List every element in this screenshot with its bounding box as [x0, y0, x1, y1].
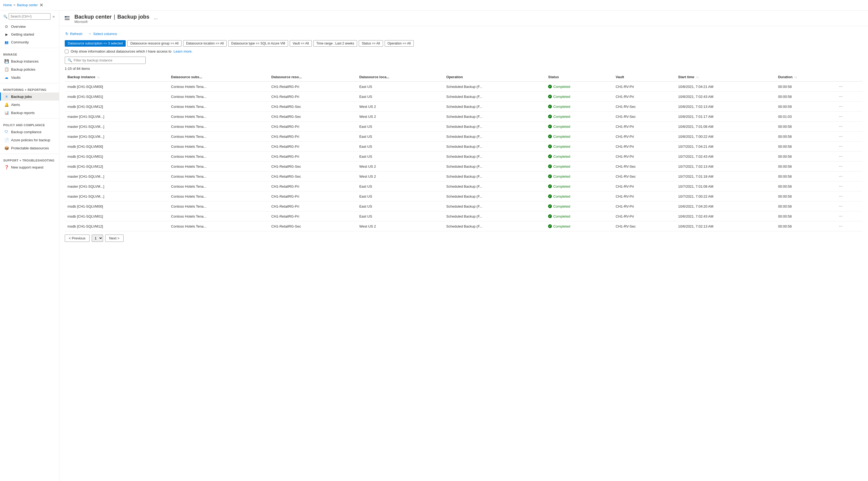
filter-chip-datasource_subscription[interactable]: Datasource subscription == 3 selected: [65, 40, 126, 46]
main-layout: 🔍 « ⊙ Overview ▶ Getting started 👥 Commu…: [0, 10, 868, 481]
col-header-datasource_subs: Datasource subs...: [168, 73, 269, 82]
row-more-button[interactable]: ···: [838, 193, 843, 199]
row-more-button[interactable]: ···: [838, 133, 843, 139]
cell-start_time: 10/8/2021, 7:01:17 AM: [675, 111, 775, 122]
table-row[interactable]: master [CH1-SQLVM...]Contoso Hotels Tena…: [65, 182, 863, 191]
table-body: msdb [CH1-SQLVM00]Contoso Hotels Tena...…: [65, 82, 863, 231]
row-more-button[interactable]: ···: [838, 124, 843, 129]
cell-duration: 00:00:58: [775, 221, 835, 231]
sidebar-item-vaults[interactable]: ☁ Vaults: [0, 73, 59, 82]
pagination: < Previous 1 2 3 4 5 6 Next >: [65, 234, 863, 242]
row-more-button[interactable]: ···: [838, 114, 843, 120]
cell-actions: ···: [835, 221, 863, 231]
access-filter-checkbox[interactable]: [65, 50, 68, 53]
backup-instance-filter-input[interactable]: [74, 58, 143, 62]
row-more-button[interactable]: ···: [838, 223, 843, 229]
refresh-button[interactable]: ↻ Refresh: [65, 30, 83, 37]
table-row[interactable]: msdb [CH1-SQLVM01]Contoso Hotels Tena...…: [65, 152, 863, 161]
filter-chip-datasource_resource_group[interactable]: Datasource resource group == All: [127, 40, 182, 46]
sidebar-item-protectable-datasources[interactable]: 📦 Protectable datasources: [0, 144, 59, 152]
breadcrumb-home[interactable]: Home: [3, 3, 12, 7]
overview-icon: ⊙: [4, 24, 9, 29]
cell-operation: Scheduled Backup (F...: [444, 92, 546, 102]
sidebar-item-backup-reports[interactable]: 📊 Backup reports: [0, 109, 59, 117]
backup-policies-icon: 📋: [4, 67, 9, 71]
row-more-button[interactable]: ···: [838, 203, 843, 209]
sidebar-item-backup-instances[interactable]: 💾 Backup instances: [0, 57, 59, 65]
status-completed: Completed: [548, 174, 610, 179]
sidebar-item-azure-policies[interactable]: 📄 Azure policies for backup: [0, 136, 59, 144]
table-row[interactable]: msdb [CH1-SQLVM12]Contoso Hotels Tena...…: [65, 102, 863, 111]
table-row[interactable]: master [CH1-SQLVM...]Contoso Hotels Tena…: [65, 122, 863, 132]
row-more-button[interactable]: ···: [838, 84, 843, 90]
cell-datasource_reso: CH1-RetailRG-Sec: [269, 161, 356, 171]
table-row[interactable]: msdb [CH1-SQLVM01]Contoso Hotels Tena...…: [65, 92, 863, 102]
status-label: Completed: [553, 174, 570, 179]
sidebar-item-alerts[interactable]: 🔔 Alerts: [0, 101, 59, 109]
sidebar-collapse-button[interactable]: «: [52, 14, 56, 19]
cell-datasource_reso: CH1-RetailRG-Pri: [269, 182, 356, 191]
next-page-button[interactable]: Next >: [105, 234, 124, 242]
col-header-start_time[interactable]: Start time ↑↓: [675, 73, 775, 82]
table-row[interactable]: msdb [CH1-SQLVM00]Contoso Hotels Tena...…: [65, 201, 863, 212]
row-more-button[interactable]: ···: [838, 163, 843, 169]
cell-backup_instance: master [CH1-SQLVM...]: [65, 191, 168, 201]
col-header-backup_instance[interactable]: Backup instance ↑↓: [65, 73, 168, 82]
sidebar-item-backup-policies[interactable]: 📋 Backup policies: [0, 65, 59, 73]
cell-duration: 00:00:58: [775, 161, 835, 171]
status-label: Completed: [553, 185, 570, 189]
cell-duration: 00:00:59: [775, 102, 835, 111]
filter-chip-vault[interactable]: Vault == All: [290, 40, 312, 46]
previous-page-button[interactable]: < Previous: [65, 234, 90, 242]
row-more-button[interactable]: ···: [838, 183, 843, 189]
filter-chip-status[interactable]: Status == All: [359, 40, 383, 46]
table-row[interactable]: master [CH1-SQLVM...]Contoso Hotels Tena…: [65, 111, 863, 122]
sidebar-item-backup-jobs[interactable]: ≡ Backup jobs: [0, 93, 59, 101]
close-button[interactable]: ✕: [38, 2, 45, 9]
sidebar-item-overview[interactable]: ⊙ Overview: [0, 22, 59, 30]
learn-more-link[interactable]: Learn more.: [174, 49, 193, 53]
cell-datasource_subs: Contoso Hotels Tena...: [168, 221, 269, 231]
sidebar-item-backup-compliance[interactable]: 🛡 Backup compliance: [0, 128, 59, 136]
sidebar-item-label: Protectable datasources: [11, 146, 49, 150]
table-row[interactable]: master [CH1-SQLVM...]Contoso Hotels Tena…: [65, 132, 863, 141]
sidebar-search-row: 🔍 «: [3, 13, 56, 20]
cell-start_time: 10/7/2021, 7:04:21 AM: [675, 141, 775, 152]
row-more-button[interactable]: ···: [838, 213, 843, 219]
cell-duration: 00:00:58: [775, 82, 835, 92]
cell-vault: CH1-RV-Pri: [613, 201, 675, 212]
sidebar-item-new-support-request[interactable]: ❓ New support request: [0, 163, 59, 171]
search-input[interactable]: [9, 13, 51, 20]
cell-datasource_subs: Contoso Hotels Tena...: [168, 152, 269, 161]
cell-operation: Scheduled Backup (F...: [444, 161, 546, 171]
table-row[interactable]: msdb [CH1-SQLVM00]Contoso Hotels Tena...…: [65, 141, 863, 152]
col-header-duration[interactable]: Duration ↑↓: [775, 73, 835, 82]
row-more-button[interactable]: ···: [838, 143, 843, 149]
table-row[interactable]: master [CH1-SQLVM...]Contoso Hotels Tena…: [65, 171, 863, 182]
sidebar-item-community[interactable]: 👥 Community: [0, 38, 59, 46]
table-row[interactable]: master [CH1-SQLVM...]Contoso Hotels Tena…: [65, 191, 863, 201]
more-options-button[interactable]: ···: [152, 15, 159, 22]
sidebar-item-getting-started[interactable]: ▶ Getting started: [0, 30, 59, 38]
cell-backup_instance: msdb [CH1-SQLVM01]: [65, 92, 168, 102]
row-more-button[interactable]: ···: [838, 153, 843, 159]
row-more-button[interactable]: ···: [838, 94, 843, 99]
page-number-select[interactable]: 1 2 3 4 5 6: [92, 234, 103, 242]
filter-chip-datasource_type[interactable]: Datasource type == SQL in Azure VM: [228, 40, 288, 46]
row-more-button[interactable]: ···: [838, 103, 843, 109]
status-check-icon: [548, 214, 552, 218]
content: ↻ Refresh → Select columns Datasource su…: [59, 26, 868, 481]
table-row[interactable]: msdb [CH1-SQLVM00]Contoso Hotels Tena...…: [65, 82, 863, 92]
filter-chip-datasource_location[interactable]: Datasource location == All: [183, 40, 226, 46]
table-row[interactable]: msdb [CH1-SQLVM01]Contoso Hotels Tena...…: [65, 212, 863, 221]
filter-chip-operation[interactable]: Operation == All: [385, 40, 414, 46]
table-row[interactable]: msdb [CH1-SQLVM12]Contoso Hotels Tena...…: [65, 161, 863, 171]
breadcrumb-section[interactable]: Backup center: [17, 3, 38, 7]
cell-start_time: 10/7/2021, 7:02:43 AM: [675, 152, 775, 161]
row-more-button[interactable]: ···: [838, 173, 843, 179]
table-row[interactable]: msdb [CH1-SQLVM12]Contoso Hotels Tena...…: [65, 221, 863, 231]
cell-duration: 00:00:58: [775, 132, 835, 141]
filter-chip-time_range[interactable]: Time range : Last 2 weeks: [313, 40, 357, 46]
select-columns-button[interactable]: → Select columns: [87, 30, 118, 37]
backup-instances-icon: 💾: [4, 59, 9, 63]
